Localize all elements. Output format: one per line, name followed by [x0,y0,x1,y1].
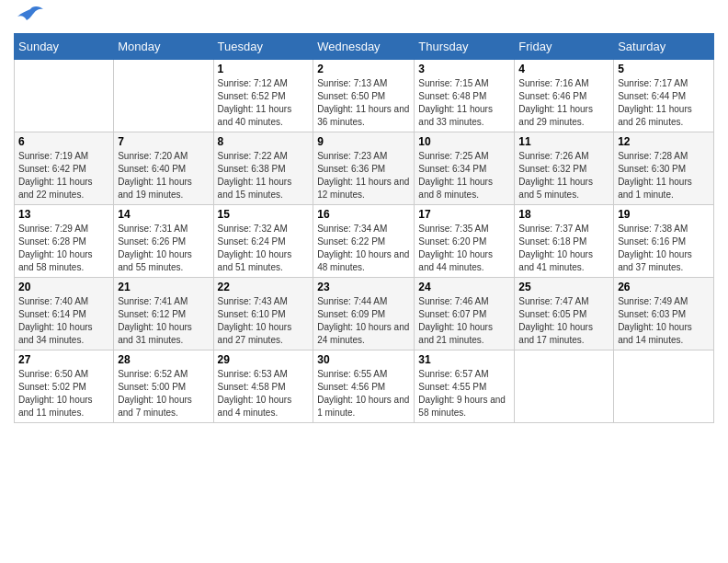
page-header [14,9,714,26]
day-detail: Sunrise: 7:28 AMSunset: 6:30 PMDaylight:… [618,151,692,200]
day-number: 29 [218,353,310,366]
calendar-cell: 15Sunrise: 7:32 AMSunset: 6:24 PMDayligh… [213,205,313,278]
day-number: 5 [618,63,710,75]
logo [14,9,43,26]
day-detail: Sunrise: 7:13 AMSunset: 6:50 PMDaylight:… [317,78,409,127]
day-number: 20 [18,281,109,293]
day-number: 12 [618,135,710,148]
day-number: 6 [18,135,109,148]
weekday-header-tuesday: Tuesday [213,34,313,60]
week-row-1: 1Sunrise: 7:12 AMSunset: 6:52 PMDaylight… [15,60,714,132]
day-number: 10 [418,135,510,148]
day-number: 15 [218,208,310,221]
calendar-cell [15,60,114,132]
day-detail: Sunrise: 7:19 AMSunset: 6:42 PMDaylight:… [18,151,93,200]
day-detail: Sunrise: 7:49 AMSunset: 6:03 PMDaylight:… [618,296,692,345]
day-detail: Sunrise: 7:22 AMSunset: 6:38 PMDaylight:… [218,151,292,200]
calendar-cell: 1Sunrise: 7:12 AMSunset: 6:52 PMDaylight… [213,60,313,132]
day-number: 13 [18,208,109,221]
day-detail: Sunrise: 7:29 AMSunset: 6:28 PMDaylight:… [18,224,93,272]
day-number: 23 [317,281,410,293]
day-detail: Sunrise: 7:43 AMSunset: 6:10 PMDaylight:… [218,296,292,345]
day-detail: Sunrise: 7:15 AMSunset: 6:48 PMDaylight:… [418,78,493,127]
calendar-cell: 8Sunrise: 7:22 AMSunset: 6:38 PMDaylight… [213,132,313,205]
day-number: 24 [418,281,510,293]
day-detail: Sunrise: 7:16 AMSunset: 6:46 PMDaylight:… [518,78,593,127]
day-detail: Sunrise: 7:25 AMSunset: 6:34 PMDaylight:… [418,151,493,200]
day-number: 27 [18,353,109,366]
calendar-cell: 17Sunrise: 7:35 AMSunset: 6:20 PMDayligh… [415,205,515,278]
day-detail: Sunrise: 7:35 AMSunset: 6:20 PMDaylight:… [418,224,493,272]
calendar-cell: 13Sunrise: 7:29 AMSunset: 6:28 PMDayligh… [15,205,114,278]
day-detail: Sunrise: 7:31 AMSunset: 6:26 PMDaylight:… [118,224,192,272]
week-row-3: 13Sunrise: 7:29 AMSunset: 6:28 PMDayligh… [15,205,714,278]
calendar-cell: 4Sunrise: 7:16 AMSunset: 6:46 PMDaylight… [515,60,614,132]
weekday-header-monday: Monday [114,34,213,60]
calendar-cell: 12Sunrise: 7:28 AMSunset: 6:30 PMDayligh… [614,132,714,205]
weekday-header-wednesday: Wednesday [313,34,415,60]
weekday-header-sunday: Sunday [15,34,114,60]
day-detail: Sunrise: 7:37 AMSunset: 6:18 PMDaylight:… [518,224,593,272]
day-detail: Sunrise: 7:46 AMSunset: 6:07 PMDaylight:… [418,296,493,345]
weekday-header-saturday: Saturday [614,34,714,60]
day-number: 17 [418,208,510,221]
day-number: 4 [518,63,609,75]
day-number: 16 [317,208,410,221]
calendar-cell: 29Sunrise: 6:53 AMSunset: 4:58 PMDayligh… [213,350,313,423]
week-row-5: 27Sunrise: 6:50 AMSunset: 5:02 PMDayligh… [15,350,714,423]
day-number: 22 [218,281,310,293]
calendar-cell: 9Sunrise: 7:23 AMSunset: 6:36 PMDaylight… [313,132,415,205]
calendar-cell: 30Sunrise: 6:55 AMSunset: 4:56 PMDayligh… [313,350,415,423]
day-number: 3 [418,63,510,75]
day-number: 30 [317,353,410,366]
day-detail: Sunrise: 7:12 AMSunset: 6:52 PMDaylight:… [218,78,292,127]
calendar-cell: 23Sunrise: 7:44 AMSunset: 6:09 PMDayligh… [313,278,415,350]
calendar-cell [515,350,614,423]
day-detail: Sunrise: 6:50 AMSunset: 5:02 PMDaylight:… [18,369,93,418]
calendar-table: SundayMondayTuesdayWednesdayThursdayFrid… [14,33,714,423]
day-detail: Sunrise: 6:53 AMSunset: 4:58 PMDaylight:… [218,369,292,418]
week-row-2: 6Sunrise: 7:19 AMSunset: 6:42 PMDaylight… [15,132,714,205]
week-row-4: 20Sunrise: 7:40 AMSunset: 6:14 PMDayligh… [15,278,714,350]
day-number: 28 [118,353,209,366]
day-number: 7 [118,135,209,148]
calendar-cell: 6Sunrise: 7:19 AMSunset: 6:42 PMDaylight… [15,132,114,205]
calendar-cell: 31Sunrise: 6:57 AMSunset: 4:55 PMDayligh… [415,350,515,423]
calendar-cell [614,350,714,423]
calendar-cell: 27Sunrise: 6:50 AMSunset: 5:02 PMDayligh… [15,350,114,423]
day-number: 2 [317,63,410,75]
calendar-cell: 19Sunrise: 7:38 AMSunset: 6:16 PMDayligh… [614,205,714,278]
day-number: 8 [218,135,310,148]
day-detail: Sunrise: 7:34 AMSunset: 6:22 PMDaylight:… [317,224,409,272]
day-detail: Sunrise: 7:32 AMSunset: 6:24 PMDaylight:… [218,224,292,272]
day-detail: Sunrise: 7:20 AMSunset: 6:40 PMDaylight:… [118,151,192,200]
calendar-cell: 11Sunrise: 7:26 AMSunset: 6:32 PMDayligh… [515,132,614,205]
day-detail: Sunrise: 7:38 AMSunset: 6:16 PMDaylight:… [618,224,692,272]
day-detail: Sunrise: 7:44 AMSunset: 6:09 PMDaylight:… [317,296,409,345]
day-number: 19 [618,208,710,221]
calendar-cell: 24Sunrise: 7:46 AMSunset: 6:07 PMDayligh… [415,278,515,350]
calendar-cell: 3Sunrise: 7:15 AMSunset: 6:48 PMDaylight… [415,60,515,132]
calendar-cell: 16Sunrise: 7:34 AMSunset: 6:22 PMDayligh… [313,205,415,278]
calendar-cell: 22Sunrise: 7:43 AMSunset: 6:10 PMDayligh… [213,278,313,350]
day-number: 25 [518,281,609,293]
calendar-cell: 14Sunrise: 7:31 AMSunset: 6:26 PMDayligh… [114,205,213,278]
day-detail: Sunrise: 7:40 AMSunset: 6:14 PMDaylight:… [18,296,93,345]
day-number: 11 [518,135,609,148]
logo-bird-icon [17,6,43,26]
day-number: 9 [317,135,410,148]
day-detail: Sunrise: 7:47 AMSunset: 6:05 PMDaylight:… [518,296,593,345]
calendar-cell [114,60,213,132]
day-number: 21 [118,281,209,293]
day-detail: Sunrise: 6:55 AMSunset: 4:56 PMDaylight:… [317,369,409,418]
day-number: 31 [418,353,510,366]
calendar-cell: 26Sunrise: 7:49 AMSunset: 6:03 PMDayligh… [614,278,714,350]
calendar-cell: 20Sunrise: 7:40 AMSunset: 6:14 PMDayligh… [15,278,114,350]
calendar-cell: 5Sunrise: 7:17 AMSunset: 6:44 PMDaylight… [614,60,714,132]
weekday-header-row: SundayMondayTuesdayWednesdayThursdayFrid… [15,34,714,60]
day-detail: Sunrise: 7:41 AMSunset: 6:12 PMDaylight:… [118,296,192,345]
calendar-cell: 2Sunrise: 7:13 AMSunset: 6:50 PMDaylight… [313,60,415,132]
day-number: 1 [218,63,310,75]
calendar-cell: 25Sunrise: 7:47 AMSunset: 6:05 PMDayligh… [515,278,614,350]
calendar-cell: 18Sunrise: 7:37 AMSunset: 6:18 PMDayligh… [515,205,614,278]
